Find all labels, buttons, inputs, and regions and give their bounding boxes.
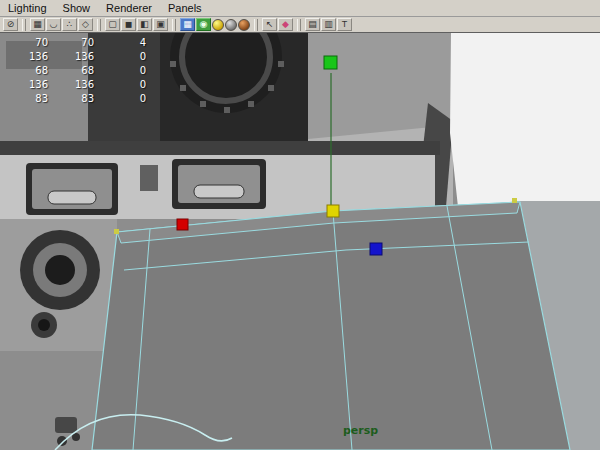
menu-show[interactable]: Show — [55, 1, 99, 15]
snap-to-curves-icon[interactable]: ◡ — [46, 18, 61, 31]
ipr-render-icon[interactable] — [238, 19, 250, 31]
snap-to-view-planes-icon[interactable]: ◇ — [78, 18, 93, 31]
menu-lighting[interactable]: Lighting — [0, 1, 55, 15]
hud-value: 70 — [48, 36, 94, 50]
hud-value: 0 — [94, 92, 146, 106]
hud-value: 136 — [0, 78, 48, 92]
hud-value: 68 — [48, 64, 94, 78]
hud-value: 0 — [94, 78, 146, 92]
mesh-vertex-dot[interactable] — [114, 229, 119, 234]
hud-value: 136 — [0, 50, 48, 64]
hud-row: 68 68 0 — [0, 64, 146, 78]
vertex-handle-red[interactable] — [177, 219, 188, 230]
no-texture-icon[interactable] — [225, 19, 237, 31]
default-material-icon[interactable] — [212, 19, 224, 31]
select-tool-icon[interactable]: ↖ — [262, 18, 277, 31]
hud-row: 136 136 0 — [0, 78, 146, 92]
use-all-lights-icon[interactable]: ◉ — [196, 18, 211, 31]
hud-value: 83 — [0, 92, 48, 106]
panel-menu-bar: Lighting Show Renderer Panels — [0, 0, 600, 17]
hud-value: 83 — [48, 92, 94, 106]
grid-display-icon[interactable]: ▤ — [305, 18, 320, 31]
textured-mode-icon[interactable]: ▦ — [180, 18, 195, 31]
camera-name-label: persp — [343, 424, 378, 437]
snap-to-points-icon[interactable]: ∴ — [62, 18, 77, 31]
hud-row: 83 83 0 — [0, 92, 146, 106]
toolbar-grip — [254, 19, 258, 31]
toolbar-grip — [297, 19, 301, 31]
resolution-gate-icon[interactable]: ▥ — [321, 18, 336, 31]
hud-row: 136 136 0 — [0, 50, 146, 64]
image-plane-white-area — [450, 33, 600, 207]
toolbar-grip — [22, 19, 26, 31]
poly-count-hud: 70 70 4 136 136 0 68 68 0 136 136 0 83 8… — [0, 36, 146, 106]
paint-select-icon[interactable]: ◆ — [278, 18, 293, 31]
snap-to-grid-icon[interactable]: ▦ — [30, 18, 45, 31]
hud-value: 136 — [48, 78, 94, 92]
hud-value: 70 — [0, 36, 48, 50]
perspective-viewport[interactable]: 70 70 4 136 136 0 68 68 0 136 136 0 83 8… — [0, 33, 600, 450]
hud-value: 4 — [94, 36, 146, 50]
hud-value: 0 — [94, 50, 146, 64]
hud-text-icon[interactable]: T — [337, 18, 352, 31]
hud-value: 0 — [94, 64, 146, 78]
selected-vertex-yellow[interactable] — [327, 205, 339, 217]
vertex-handle-blue[interactable] — [370, 243, 382, 255]
menu-renderer[interactable]: Renderer — [98, 1, 160, 15]
bounding-box-mode-icon[interactable]: ▣ — [153, 18, 168, 31]
toolbar-grip — [172, 19, 176, 31]
panel-toolbar: ⊘ ▦ ◡ ∴ ◇ ▢ ◼ ◧ ▣ ▦ ◉ ↖ ◆ ▤ ▥ T — [0, 17, 600, 33]
flat-shade-all-icon[interactable]: ◧ — [137, 18, 152, 31]
isolate-select-icon[interactable]: ⊘ — [3, 18, 18, 31]
hud-value: 68 — [0, 64, 48, 78]
hud-row: 70 70 4 — [0, 36, 146, 50]
toolbar-grip — [97, 19, 101, 31]
hud-value: 136 — [48, 50, 94, 64]
polygon-mesh[interactable] — [92, 198, 570, 450]
menu-panels[interactable]: Panels — [160, 1, 210, 15]
manipulator-green-handle[interactable] — [324, 56, 337, 69]
wireframe-mode-icon[interactable]: ▢ — [105, 18, 120, 31]
smooth-shade-all-icon[interactable]: ◼ — [121, 18, 136, 31]
mesh-vertex-dot[interactable] — [512, 198, 517, 203]
